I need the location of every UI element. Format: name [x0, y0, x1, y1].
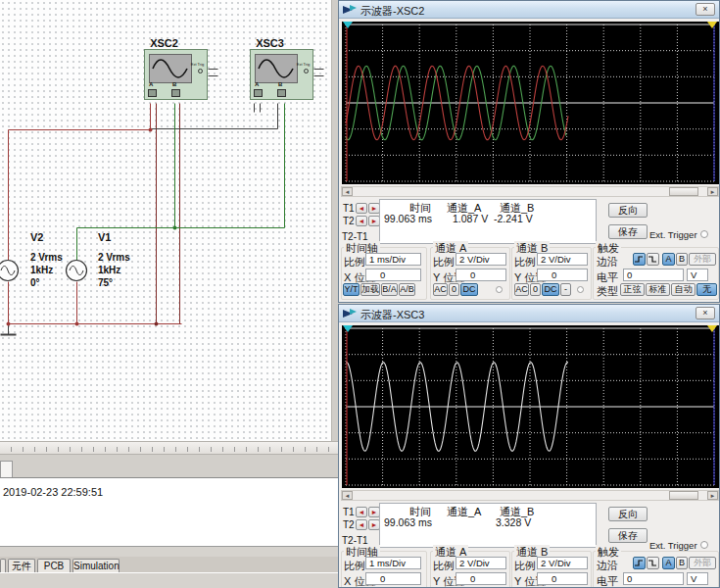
trigger-source-b-button[interactable]: B: [676, 253, 688, 266]
trigger-source-ext-button[interactable]: 外部: [689, 253, 716, 266]
ac-source-v1[interactable]: [65, 259, 88, 282]
ext-trigger-radio[interactable]: [700, 541, 708, 549]
terminal-b[interactable]: [171, 89, 180, 97]
trigger-source-ext-button[interactable]: 外部: [689, 557, 716, 569]
instrument-label-xsc2: XSC2: [132, 37, 196, 49]
t1-left-button[interactable]: ◄: [356, 203, 367, 214]
canvas-hscrollbar[interactable]: [0, 441, 338, 455]
waveform-display: [342, 325, 719, 488]
terminal-a[interactable]: [254, 89, 263, 97]
tab-stub[interactable]: [0, 559, 6, 572]
channel-a-scale-label: 比例: [433, 255, 455, 270]
t2-label: T2: [343, 519, 355, 530]
trigger-type-none-button[interactable]: 无: [696, 283, 717, 296]
mode-add-button[interactable]: 加载: [360, 283, 380, 296]
v1-frequency: 1kHz: [98, 264, 130, 276]
channel-a-ypos-field[interactable]: 0: [456, 572, 506, 585]
ext-trig-terminal[interactable]: [304, 69, 309, 74]
rising-edge-button[interactable]: [633, 253, 646, 266]
channel-b-ypos-field[interactable]: 0: [537, 572, 588, 585]
channel-a-scale-label: 比例: [433, 559, 455, 573]
channel-b-scale-field[interactable]: 2 V/Div: [537, 557, 588, 569]
trigger-type-single-button[interactable]: 正弦: [620, 283, 645, 296]
timebase-xpos-field[interactable]: 0: [365, 572, 421, 585]
ac-source-v2[interactable]: [0, 259, 20, 282]
timebase-scale-field[interactable]: 1 ms/Div: [365, 557, 421, 569]
scroll-thumb[interactable]: [669, 491, 698, 500]
trigger-level-unit[interactable]: V: [687, 269, 708, 281]
scroll-right-icon[interactable]: ►: [707, 187, 718, 196]
channel-a-ac-button[interactable]: AC: [433, 283, 448, 296]
oscilloscope-instrument-xsc2[interactable]: Ext Trig A B: [144, 49, 208, 100]
rising-edge-button[interactable]: [633, 557, 646, 569]
save-button[interactable]: 保存: [608, 224, 648, 239]
scroll-left-icon[interactable]: ◄: [342, 491, 353, 500]
trigger-source-a-button[interactable]: A: [662, 253, 675, 266]
t2-left-button[interactable]: ◄: [356, 216, 367, 226]
channel-b-scale-field[interactable]: 2 V/Div: [537, 253, 588, 266]
mode-yt-button[interactable]: Y/T: [343, 283, 360, 296]
titlebar[interactable]: 示波器-XSC2 ×: [339, 1, 719, 19]
reverse-button[interactable]: 反向: [608, 203, 648, 218]
falling-edge-button[interactable]: [647, 557, 659, 569]
trigger-source-a-button[interactable]: A: [662, 557, 675, 569]
tab-components[interactable]: 元件: [8, 559, 35, 572]
scope-hscrollbar[interactable]: ◄ ►: [341, 186, 719, 197]
ext-trig-terminal[interactable]: [198, 69, 203, 74]
channel-a-scale-field[interactable]: 2 V/Div: [456, 253, 506, 266]
close-button[interactable]: ×: [696, 3, 715, 16]
reverse-button[interactable]: 反向: [608, 507, 648, 521]
terminal-a[interactable]: [148, 89, 157, 97]
ext-trigger-radio[interactable]: [700, 230, 708, 238]
trigger-source-b-button[interactable]: B: [676, 557, 688, 569]
schematic-canvas[interactable]: XSC2 Ext Trig A B XSC3 Ext Trig: [0, 0, 331, 441]
trigger-level-unit[interactable]: V: [687, 572, 708, 585]
tab-simulation[interactable]: Simulation: [72, 559, 120, 572]
timebase-scale-field[interactable]: 1 ms/Div: [365, 253, 421, 266]
trigger-type-label: 类型: [597, 284, 618, 299]
channel-b-radio[interactable]: [577, 286, 584, 293]
trigger-level-field[interactable]: 0: [623, 572, 684, 585]
channel-a-zero-button[interactable]: 0: [449, 283, 459, 296]
trigger-level-field[interactable]: 0: [623, 269, 684, 281]
mode-ab-button[interactable]: A/B: [399, 283, 415, 296]
channel-b-dc-button[interactable]: DC: [542, 283, 559, 296]
channel-b-ac-button[interactable]: AC: [514, 283, 529, 296]
t2-label: T2: [343, 216, 355, 226]
spreadsheet-tab-stub[interactable]: [0, 461, 13, 477]
timebase-xpos-field[interactable]: 0: [365, 269, 421, 281]
trigger-type-normal-button[interactable]: 标准: [646, 283, 670, 296]
t1-left-button[interactable]: ◄: [356, 507, 367, 517]
t2-left-button[interactable]: ◄: [356, 519, 367, 530]
ext-trig-label: Ext Trig: [190, 63, 205, 67]
mode-ba-button[interactable]: B/A: [381, 283, 398, 296]
channel-a-dc-button[interactable]: DC: [460, 283, 478, 296]
trigger-type-auto-button[interactable]: 自动: [671, 283, 696, 296]
channel-a-scale-field[interactable]: 2 V/Div: [456, 557, 506, 569]
channel-b-minus-button[interactable]: -: [560, 283, 571, 296]
canvas-vscrollbar[interactable]: [331, 0, 338, 441]
source-v1-name: V1: [98, 231, 111, 243]
readout-channel-b-value: -2.241 V: [494, 213, 533, 224]
oscilloscope-instrument-xsc3[interactable]: Ext Trig A B: [250, 49, 313, 100]
readout-channel-a-value: 1.087 V: [453, 213, 488, 224]
tab-pcb-layers[interactable]: PCB 层: [37, 559, 71, 572]
channel-a-radio[interactable]: [496, 286, 503, 293]
channel-a-ypos-field[interactable]: 0: [456, 269, 506, 281]
terminal-b[interactable]: [277, 89, 286, 97]
channel-b-ypos-field[interactable]: 0: [537, 269, 588, 281]
close-button[interactable]: ×: [696, 307, 715, 319]
falling-edge-button[interactable]: [647, 253, 659, 266]
scroll-thumb[interactable]: [669, 187, 698, 196]
v1-phase: 75°: [98, 276, 130, 289]
channel-b-zero-button[interactable]: 0: [530, 283, 541, 296]
save-button[interactable]: 保存: [608, 528, 648, 543]
terminal-b-label: B: [278, 81, 282, 87]
terminal-a-label: A: [255, 81, 259, 87]
timebase-scale-label: 比例: [344, 559, 365, 573]
scroll-left-icon[interactable]: ◄: [342, 187, 353, 196]
scope-hscrollbar[interactable]: ◄ ►: [341, 490, 719, 501]
titlebar[interactable]: 示波器-XSC3 ×: [339, 305, 719, 322]
scroll-right-icon[interactable]: ►: [707, 491, 718, 500]
trigger-level-label: 电平: [597, 270, 618, 285]
